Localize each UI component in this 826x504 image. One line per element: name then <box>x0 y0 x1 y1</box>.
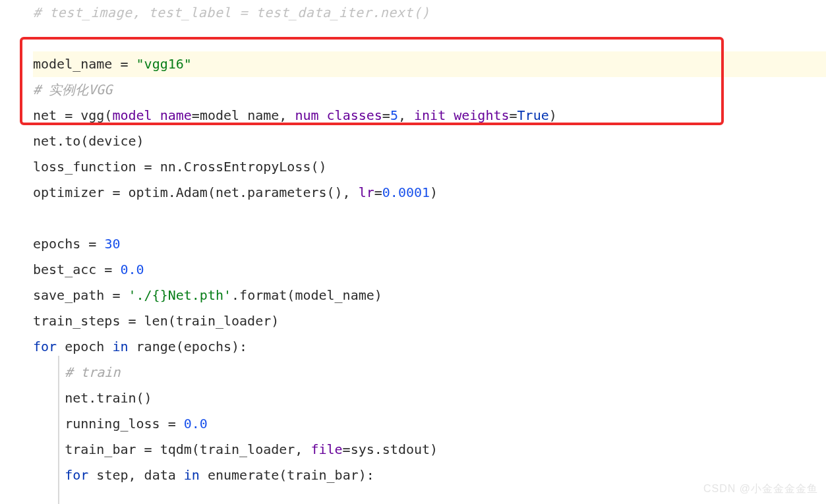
code-text: =sys.stdout) <box>343 441 438 457</box>
code-line-optimizer: optimizer = optim.Adam(net.parameters(),… <box>33 180 826 206</box>
keyword: in <box>112 339 128 354</box>
code-text: = <box>382 107 390 123</box>
code-text: optimizer = optim.Adam(net.parameters(), <box>33 184 359 200</box>
code-line-epochs: epochs = 30 <box>33 231 826 257</box>
param-name: file <box>310 441 342 457</box>
watermark-text: CSDN @小金金金金鱼 <box>703 478 818 499</box>
code-text: = <box>510 107 517 123</box>
code-line-for-epoch: for epoch in range(epochs): <box>33 334 826 360</box>
keyword: in <box>184 467 200 483</box>
param-name: lr <box>359 184 374 200</box>
code-line-bestacc: best_acc = 0.0 <box>33 257 826 283</box>
code-block: # test_image, test_label = test_data_ite… <box>0 0 826 488</box>
code-line-running-loss: running_loss = 0.0 <box>33 411 826 437</box>
code-line-model-name: model_name = "vgg16" <box>33 51 826 77</box>
keyword: for <box>65 467 88 483</box>
code-line-trainsteps: train_steps = len(train_loader) <box>33 308 826 334</box>
code-line-comment-train: # train <box>33 360 826 385</box>
code-line-net-vgg: net = vgg(model_name=model_name, num_cla… <box>33 103 826 128</box>
code-text: net = vgg( <box>33 107 112 123</box>
param-name: num_classes <box>295 107 382 123</box>
code-text: running_loss = <box>33 416 184 432</box>
blank-line <box>33 26 826 51</box>
number-literal: 5 <box>390 107 398 123</box>
number-literal: 0.0001 <box>382 184 430 200</box>
code-text: ) <box>430 184 438 200</box>
code-text: ) <box>549 107 557 123</box>
string-literal: './{}Net.pth' <box>129 287 232 303</box>
code-text: epoch <box>57 339 112 354</box>
code-text: save_path = <box>33 287 129 303</box>
code-text: enumerate(train_bar): <box>200 467 374 483</box>
code-line-comment-top: # test_image, test_label = test_data_ite… <box>33 0 826 26</box>
code-line-net-train: net.train() <box>33 385 826 411</box>
code-line-savepath: save_path = './{}Net.pth'.format(model_n… <box>33 283 826 308</box>
code-text: , <box>398 107 414 123</box>
code-text: model_name = <box>33 56 136 72</box>
code-line-trainbar: train_bar = tqdm(train_loader, file=sys.… <box>33 437 826 462</box>
indent-guide <box>58 356 59 504</box>
param-name: model_name <box>112 107 191 123</box>
code-line-net-to: net.to(device) <box>33 128 826 154</box>
code-text: step, data <box>88 467 184 483</box>
comment-text: # 实例化VGG <box>33 82 112 98</box>
comment-text: # train <box>33 364 120 380</box>
number-literal: 0.0 <box>120 262 144 277</box>
code-text: epochs = <box>33 236 104 252</box>
number-literal: 0.0 <box>184 416 208 432</box>
code-text: range(epochs): <box>129 339 248 354</box>
code-text: train_bar = tqdm(train_loader, <box>33 441 310 457</box>
code-line-loss: loss_function = nn.CrossEntropyLoss() <box>33 154 826 180</box>
blank-line <box>33 206 826 231</box>
code-text: .format(model_name) <box>231 287 382 303</box>
code-text: =model_name, <box>192 107 295 123</box>
code-line-comment-vgg: # 实例化VGG <box>33 77 826 103</box>
number-literal: 30 <box>104 236 120 252</box>
code-text: = <box>374 184 382 200</box>
param-name: init_weights <box>414 107 510 123</box>
keyword: for <box>33 339 57 354</box>
boolean-literal: True <box>517 107 549 123</box>
string-literal: "vgg16" <box>136 56 192 72</box>
code-text: best_acc = <box>33 262 120 277</box>
code-text <box>33 467 65 483</box>
